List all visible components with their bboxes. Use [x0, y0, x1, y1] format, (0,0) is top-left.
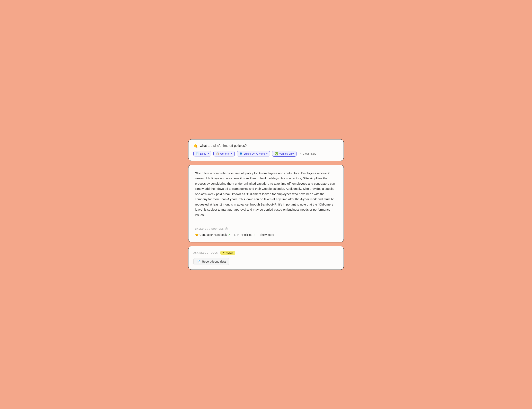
report-debug-button[interactable]: 📄 Report debug data — [193, 258, 229, 265]
answer-text: Slite offers a comprehensive time off po… — [195, 171, 337, 218]
show-more-button[interactable]: Show more — [259, 233, 274, 236]
report-debug-label: Report debug data — [202, 260, 226, 263]
hr-policies-grid-icon: ⊞ — [234, 233, 236, 236]
flag-badge: ⚑ FLAG — [220, 251, 235, 255]
sources-list: 🤝 Contractor Handbook ✓ ⊞ HR Policies ✓ … — [195, 233, 337, 236]
source-item-contractor[interactable]: 🤝 Contractor Handbook ✓ — [195, 233, 230, 236]
sources-section: BASED ON 7 SOURCES ⓘ 🤝 Contractor Handbo… — [195, 223, 337, 236]
flag-badge-label: FLAG — [226, 251, 233, 254]
search-query-row: 🤙 what are slite's time off policies? — [193, 144, 339, 148]
docs-filter-button[interactable]: 📄 Docs ▾ — [193, 151, 211, 157]
sources-label: BASED ON 7 SOURCES ⓘ — [195, 227, 337, 231]
general-icon: 📋 — [216, 152, 219, 155]
hr-policies-verified-icon: ✓ — [254, 233, 256, 236]
answer-card: Slite offers a comprehensive time off po… — [188, 165, 344, 242]
verified-only-filter-button[interactable]: ✅ Verified only — [272, 151, 296, 157]
debug-header: ASK DEBUG TOOLS ⚑ FLAG — [193, 251, 339, 255]
edited-by-filter-button[interactable]: 👤 Edited by: Anyone ▾ — [237, 151, 270, 157]
contractor-verified-icon: ✓ — [228, 233, 230, 236]
info-icon[interactable]: ⓘ — [225, 227, 228, 231]
main-container: 🤙 what are slite's time off policies? 📄 … — [188, 139, 344, 270]
contractor-handbook-label: Contractor Handbook — [200, 233, 227, 236]
verified-check-icon: ✅ — [275, 152, 278, 155]
general-filter-label: General — [220, 152, 229, 155]
general-chevron-icon: ▾ — [231, 153, 232, 155]
debug-label: ASK DEBUG TOOLS — [193, 251, 218, 254]
general-filter-button[interactable]: 📋 General ▾ — [213, 151, 235, 157]
docs-icon: 📄 — [196, 152, 199, 155]
person-icon: 👤 — [239, 152, 242, 155]
docs-filter-label: Docs — [200, 152, 206, 155]
search-card: 🤙 what are slite's time off policies? 📄 … — [188, 139, 344, 161]
filters-row: 📄 Docs ▾ 📋 General ▾ 👤 Edited by: Anyone… — [193, 151, 339, 157]
debug-card: ASK DEBUG TOOLS ⚑ FLAG 📄 Report debug da… — [188, 246, 344, 270]
report-doc-icon: 📄 — [197, 260, 200, 263]
edited-by-chevron-icon: ▾ — [266, 153, 267, 155]
x-icon: ✕ — [300, 152, 302, 155]
docs-chevron-icon: ▾ — [208, 153, 209, 155]
search-query-text: what are slite's time off policies? — [200, 144, 247, 148]
clear-filters-label: Clear filters — [303, 152, 316, 155]
verified-only-label: Verified only — [279, 152, 294, 155]
contractor-emoji-icon: 🤝 — [195, 233, 199, 236]
flag-icon: ⚑ — [222, 251, 225, 254]
sources-label-text: BASED ON 7 SOURCES — [195, 228, 224, 230]
edited-by-filter-label: Edited by: Anyone — [244, 152, 265, 155]
search-emoji-icon: 🤙 — [193, 144, 198, 148]
clear-filters-button[interactable]: ✕ Clear filters — [299, 151, 318, 156]
hr-policies-label: HR Policies — [237, 233, 252, 236]
source-item-hr-policies[interactable]: ⊞ HR Policies ✓ — [234, 233, 256, 236]
